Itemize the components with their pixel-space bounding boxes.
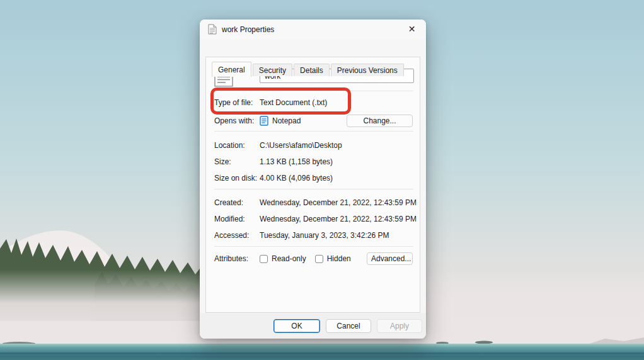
title-bar: work Properties ✕: [200, 20, 426, 39]
notepad-icon: [260, 116, 268, 126]
apply-button[interactable]: Apply: [377, 319, 422, 333]
read-only-checkbox[interactable]: [260, 255, 268, 263]
location-value: C:\Users\afamo\Desktop: [260, 141, 342, 150]
size-value: 1.13 KB (1,158 bytes): [260, 157, 333, 166]
size-on-disk-label: Size on disk:: [214, 174, 260, 183]
change-button[interactable]: Change...: [347, 115, 413, 127]
separator: [214, 189, 413, 189]
modified-row: Modified: Wednesday, December 21, 2022, …: [214, 213, 413, 225]
size-label: Size:: [214, 157, 260, 166]
modified-label: Modified:: [214, 215, 260, 223]
type-of-file-value: Text Document (.txt): [260, 98, 327, 107]
separator: [214, 246, 413, 247]
tab-general[interactable]: General: [212, 62, 251, 77]
tab-strip: General Security Details Previous Versio…: [212, 59, 405, 76]
separator: [214, 91, 413, 91]
created-label: Created:: [214, 198, 260, 207]
type-of-file-row: Type of file: Text Document (.txt): [214, 97, 413, 108]
opens-with-label: Opens with:: [214, 116, 260, 125]
size-row: Size: 1.13 KB (1,158 bytes): [214, 156, 413, 167]
accessed-label: Accessed:: [214, 231, 260, 240]
modified-value: Wednesday, December 21, 2022, 12:43:59 P…: [260, 215, 417, 223]
tab-details[interactable]: Details: [294, 64, 330, 76]
cancel-button[interactable]: Cancel: [326, 319, 371, 333]
hidden-checkbox[interactable]: [315, 255, 323, 263]
size-on-disk-value: 4.00 KB (4,096 bytes): [260, 174, 333, 183]
dialog-footer: OK Cancel Apply: [200, 313, 426, 339]
location-row: Location: C:\Users\afamo\Desktop: [214, 140, 413, 151]
attributes-label: Attributes:: [214, 254, 260, 263]
accessed-value: Tuesday, January 3, 2023, 3:42:26 PM: [260, 231, 389, 240]
size-on-disk-row: Size on disk: 4.00 KB (4,096 bytes): [214, 172, 413, 184]
tab-previous-versions[interactable]: Previous Versions: [331, 64, 404, 76]
advanced-button[interactable]: Advanced...: [367, 252, 413, 265]
created-row: Created: Wednesday, December 21, 2022, 1…: [214, 197, 413, 208]
opens-with-value: Notepad: [272, 116, 301, 125]
hidden-checkbox-label: Hidden: [327, 254, 351, 263]
accessed-row: Accessed: Tuesday, January 3, 2023, 3:42…: [214, 230, 413, 241]
dialog-title: work Properties: [222, 25, 274, 34]
close-button[interactable]: ✕: [398, 20, 426, 39]
properties-dialog: work Properties ✕ General Security Detai…: [200, 20, 426, 339]
read-only-checkbox-label: Read-only: [272, 254, 306, 263]
tab-security[interactable]: Security: [253, 64, 292, 76]
document-icon: [208, 24, 217, 35]
general-tab-page: Type of file: Text Document (.txt) Opens…: [205, 57, 420, 313]
location-label: Location:: [214, 141, 260, 150]
created-value: Wednesday, December 21, 2022, 12:43:59 P…: [260, 198, 417, 207]
ok-button[interactable]: OK: [273, 319, 320, 333]
type-of-file-label: Type of file:: [214, 98, 260, 107]
separator: [214, 131, 413, 132]
